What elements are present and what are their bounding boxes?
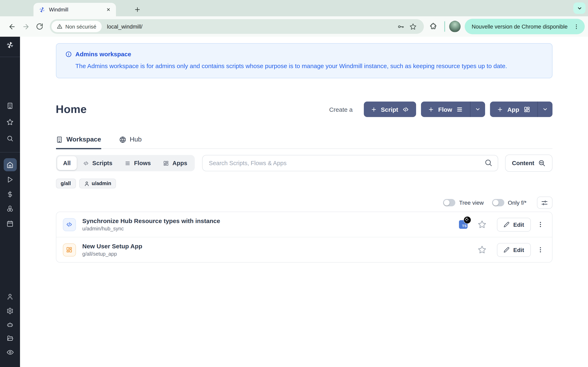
tab-workspace[interactable]: Workspace bbox=[56, 136, 101, 149]
tab-close-icon[interactable] bbox=[104, 6, 112, 13]
create-flow-button[interactable]: Flow bbox=[421, 102, 470, 117]
sidebar-runs-button[interactable] bbox=[0, 176, 20, 183]
create-flow-dropdown-chevron[interactable] bbox=[470, 102, 485, 117]
sidebar-divider bbox=[0, 152, 20, 152]
admins-workspace-banner: Admins workspace The Admins workspace is… bbox=[56, 43, 552, 78]
browser-tab[interactable]: Windmill bbox=[34, 3, 116, 16]
row-menu-kebab-icon[interactable] bbox=[536, 220, 545, 230]
sidebar-settings-button[interactable] bbox=[0, 307, 20, 314]
extensions-puzzle-icon[interactable] bbox=[426, 20, 440, 33]
favorite-star-icon[interactable] bbox=[478, 246, 486, 254]
item-title: Synchronize Hub Resource types with inst… bbox=[82, 217, 459, 225]
search-wrap bbox=[202, 155, 498, 171]
search-input[interactable] bbox=[202, 155, 498, 171]
windmill-favicon-icon bbox=[39, 6, 45, 13]
create-flow-label: Flow bbox=[438, 106, 452, 113]
sidebar-search-button[interactable] bbox=[0, 134, 20, 142]
flow-lines-icon bbox=[125, 160, 131, 166]
new-tab-button[interactable] bbox=[131, 4, 143, 15]
list-controls: Tree view Only f/* bbox=[56, 197, 552, 209]
create-script-group: Script bbox=[364, 102, 416, 117]
content-search-button[interactable]: Content bbox=[505, 155, 552, 172]
mouse-cursor bbox=[464, 217, 471, 224]
info-icon bbox=[65, 51, 72, 57]
create-app-dropdown-chevron[interactable] bbox=[537, 102, 552, 117]
profile-avatar[interactable] bbox=[449, 21, 461, 32]
sidebar-workspace-button[interactable] bbox=[0, 102, 20, 109]
list-item-script[interactable]: Synchronize Hub Resource types with inst… bbox=[56, 212, 552, 237]
bookmark-star-icon[interactable] bbox=[407, 20, 419, 33]
filter-flows-label: Flows bbox=[134, 160, 151, 167]
security-chip[interactable]: Non sécurisé bbox=[52, 21, 102, 32]
search-icon bbox=[484, 159, 492, 167]
language-badge-slot: TS bbox=[459, 220, 467, 229]
app-grid-icon bbox=[163, 160, 169, 166]
banner-title: Admins workspace bbox=[75, 50, 131, 58]
sidebar-home-button[interactable] bbox=[0, 158, 20, 171]
sidebar-users-button[interactable] bbox=[0, 293, 20, 300]
sidebar-divider bbox=[0, 57, 20, 57]
tab-hub-label: Hub bbox=[130, 136, 142, 143]
tab-title: Windmill bbox=[49, 7, 101, 12]
create-app-button[interactable]: App bbox=[490, 102, 537, 117]
sidebar-workers-button[interactable] bbox=[0, 321, 20, 328]
tree-view-toggle[interactable] bbox=[443, 199, 456, 207]
warning-icon bbox=[57, 24, 62, 29]
forward-icon[interactable] bbox=[19, 20, 33, 33]
tag-group[interactable]: g/all bbox=[56, 179, 76, 189]
browser-toolbar: Non sécurisé local_windmill/ Nouvelle ve… bbox=[0, 16, 588, 37]
filter-all[interactable]: All bbox=[57, 156, 77, 170]
tree-view-label: Tree view bbox=[459, 200, 484, 206]
list-item-app[interactable]: New User Setup App g/all/setup_app bbox=[56, 237, 552, 262]
only-f-label: Only f/* bbox=[508, 200, 527, 206]
back-icon[interactable] bbox=[5, 20, 19, 33]
sidebar-audit-logs-button[interactable] bbox=[0, 349, 20, 356]
tab-workspace-label: Workspace bbox=[66, 136, 101, 143]
page-title: Home bbox=[56, 103, 87, 116]
pencil-icon bbox=[503, 222, 510, 228]
code-icon bbox=[83, 160, 89, 166]
banner-body: The Admins workspace is for admins only … bbox=[75, 62, 543, 70]
create-script-button[interactable]: Script bbox=[364, 102, 416, 117]
chrome-menu-kebab-icon[interactable] bbox=[572, 22, 581, 31]
app-grid-icon bbox=[63, 243, 76, 257]
code-icon bbox=[402, 106, 409, 113]
filter-scripts[interactable]: Scripts bbox=[77, 156, 118, 170]
create-flow-group: Flow bbox=[421, 102, 485, 117]
favorite-star-icon[interactable] bbox=[478, 220, 486, 229]
password-key-icon[interactable] bbox=[394, 20, 407, 33]
chrome-update-button[interactable]: Nouvelle version de Chrome disponible bbox=[465, 19, 585, 34]
sidebar-folders-button[interactable] bbox=[0, 334, 20, 342]
only-f-toggle[interactable] bbox=[492, 199, 504, 207]
create-app-label: App bbox=[507, 106, 519, 113]
search-code-icon bbox=[538, 160, 545, 167]
plus-icon bbox=[371, 106, 377, 113]
tag-user[interactable]: u/admin bbox=[79, 179, 116, 189]
content-button-label: Content bbox=[512, 160, 534, 167]
sidebar-schedules-button[interactable] bbox=[0, 220, 20, 227]
row-menu-kebab-icon[interactable] bbox=[536, 245, 545, 255]
tab-search-chevron-button[interactable] bbox=[573, 2, 586, 14]
sidebar-favorites-button[interactable] bbox=[0, 118, 20, 125]
sidebar-variables-button[interactable] bbox=[0, 191, 20, 198]
kind-filter-segmented: All Scripts Flows Apps bbox=[56, 155, 195, 171]
sidebar-resources-button[interactable] bbox=[0, 205, 20, 212]
plus-icon bbox=[497, 106, 503, 113]
filter-settings-button[interactable] bbox=[537, 197, 552, 209]
globe-icon bbox=[119, 136, 126, 143]
filter-flows[interactable]: Flows bbox=[118, 156, 157, 170]
filter-apps[interactable]: Apps bbox=[157, 156, 194, 170]
create-script-label: Script bbox=[381, 106, 398, 113]
tag-user-label: u/admin bbox=[92, 181, 111, 187]
edit-button[interactable]: Edit bbox=[497, 218, 531, 232]
create-prefix-label: Create a bbox=[329, 106, 353, 113]
reload-icon[interactable] bbox=[33, 20, 47, 33]
tab-hub[interactable]: Hub bbox=[119, 136, 142, 149]
home-icon bbox=[3, 158, 17, 171]
item-title: New User Setup App bbox=[82, 243, 459, 250]
edit-button[interactable]: Edit bbox=[497, 243, 531, 257]
windmill-logo-icon[interactable] bbox=[0, 39, 20, 51]
address-bar[interactable]: Non sécurisé local_windmill/ bbox=[50, 19, 424, 34]
edit-button-label: Edit bbox=[513, 221, 524, 228]
building-icon bbox=[56, 136, 63, 143]
